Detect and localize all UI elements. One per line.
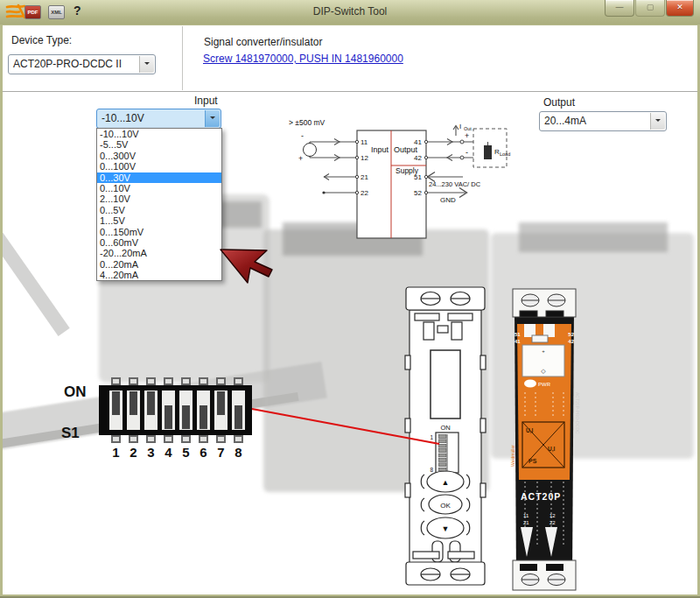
dip-pin-bottom xyxy=(164,435,173,443)
dip-pin-top xyxy=(234,377,243,385)
minimize-button[interactable]: — xyxy=(605,0,634,17)
orange-terminal-42: 42 xyxy=(568,339,574,344)
dropdown-option[interactable]: -5...5V xyxy=(97,139,221,150)
up-arrow-icon: ▲ xyxy=(442,478,450,487)
dropdown-option[interactable]: 1...5V xyxy=(97,215,221,226)
dip-number: 5 xyxy=(178,445,195,460)
voltage-source-symbol xyxy=(304,144,317,157)
chevron-down-icon[interactable] xyxy=(650,113,665,130)
terminal-41: 41 xyxy=(414,138,422,146)
dip-slider[interactable] xyxy=(147,391,155,415)
window-title: DIP-Switch Tool xyxy=(0,5,700,18)
dip-slider[interactable] xyxy=(234,405,242,429)
dip-slider[interactable] xyxy=(217,391,225,415)
source-minus: - xyxy=(301,131,304,140)
output-plus: + xyxy=(465,131,469,140)
maximize-button[interactable]: ▢ xyxy=(635,0,665,17)
mouse-cursor-arrow xyxy=(215,246,276,288)
input-label: Input xyxy=(194,95,218,107)
orange-terminal-52: 52 xyxy=(568,332,574,337)
supply-voltage-label: 24...230 VAC/ DC xyxy=(429,180,481,188)
title-bar: PDF XML ? DIP-Switch Tool — ▢ ✕ xyxy=(0,0,700,25)
dropdown-option[interactable]: -10...10V xyxy=(97,129,221,139)
dropdown-option[interactable]: 0...5V xyxy=(97,205,221,215)
ui-bottom-label: U,I xyxy=(548,446,556,453)
pointer-line xyxy=(245,398,446,451)
dip-slider[interactable] xyxy=(112,391,120,415)
terminal-21: 21 xyxy=(360,173,368,181)
dip-pin-top xyxy=(129,377,138,385)
dropdown-option[interactable]: -20...20mA xyxy=(97,248,221,258)
gnd-label: GND xyxy=(440,196,456,204)
orange-terminal-41: 41 xyxy=(514,339,521,344)
background-cable xyxy=(3,228,70,336)
orange-terminal-21: 21 xyxy=(523,520,529,525)
window-controls: — ▢ ✕ xyxy=(604,0,694,17)
down-arrow-icon: ▼ xyxy=(442,524,450,533)
orange-terminal-51: 51 xyxy=(514,332,521,337)
output-select-value: 20...4mA xyxy=(544,115,586,127)
device-photo-orange: 51 52 41 42 + ◇ PWR U,I U,I PS Weidmülle… xyxy=(508,287,581,592)
dropdown-option[interactable]: 0...60mV xyxy=(97,237,221,248)
dip-pin-bottom xyxy=(216,435,226,443)
block-output-label: Output xyxy=(394,145,418,154)
orange-device-name: ACT20P xyxy=(521,491,561,502)
svg-text:+: + xyxy=(542,348,545,354)
dropdown-option[interactable]: 0...300V xyxy=(97,151,221,161)
dip-pin-bottom xyxy=(199,435,208,443)
chevron-down-icon[interactable] xyxy=(139,56,154,73)
dip-slider[interactable] xyxy=(182,405,190,429)
output-select[interactable]: 20...4mA xyxy=(539,111,667,131)
pwr-label: PWR xyxy=(538,382,551,387)
dip-pin-top xyxy=(111,377,121,385)
output-label: Output xyxy=(543,96,575,109)
dip-pin-bottom xyxy=(234,435,243,443)
chevron-down-icon[interactable] xyxy=(205,110,220,127)
dropdown-option[interactable]: 0...10V xyxy=(97,183,221,193)
dip-slider[interactable] xyxy=(164,405,172,429)
iout-label: I xyxy=(459,123,461,130)
app-window: PDF XML ? DIP-Switch Tool — ▢ ✕ Device T… xyxy=(0,0,700,598)
output-minus: - xyxy=(466,148,468,157)
dip-pin-bottom xyxy=(146,435,156,443)
input-select-value: -10...10V xyxy=(102,112,144,124)
terminal-12: 12 xyxy=(360,154,368,162)
block-input-label: Input xyxy=(371,145,389,154)
dropdown-option[interactable]: 0...20mA xyxy=(97,259,221,270)
dip-slider[interactable] xyxy=(200,405,207,429)
close-button[interactable]: ✕ xyxy=(666,0,694,17)
dip-pin-bottom xyxy=(111,435,121,443)
dropdown-option[interactable]: 0...100V xyxy=(97,161,221,172)
dip-pin-top xyxy=(146,377,156,385)
dip-pin-bottom xyxy=(181,435,191,443)
ok-button-label: OK xyxy=(440,502,451,510)
dip-number: 1 xyxy=(108,445,125,460)
datasheet-link[interactable]: Screw 1481970000, PUSH IN 1481960000 xyxy=(203,53,403,65)
front-dip-last: 8 xyxy=(430,467,433,473)
dropdown-option[interactable]: 2...10V xyxy=(97,193,221,204)
input-dropdown-list: -10...10V-5...5V0...300V0...100V0...30V0… xyxy=(96,128,222,281)
dip-pin-top xyxy=(216,377,226,385)
dip-number: 7 xyxy=(213,445,230,460)
pwr-led xyxy=(524,380,536,388)
dip-number: 2 xyxy=(125,445,143,460)
terminal-42: 42 xyxy=(414,154,422,162)
terminal-22: 22 xyxy=(360,189,368,197)
dropdown-option[interactable]: 4...20mA xyxy=(97,270,221,280)
device-type-select[interactable]: ACT20P-PRO-DCDC II xyxy=(8,54,156,74)
input-select[interactable]: -10...10V xyxy=(96,109,221,129)
background-device-right-top xyxy=(519,222,668,252)
dip-slider[interactable] xyxy=(130,391,137,415)
source-plus: + xyxy=(298,154,303,163)
ps-label: PS xyxy=(528,458,537,464)
svg-text:◇: ◇ xyxy=(541,368,546,374)
dip-switch-graphic: ON S1 12345678 xyxy=(52,375,267,464)
dip-pin-bottom xyxy=(129,435,138,443)
dip-number: 6 xyxy=(195,445,213,460)
orange-terminal-11: 11 xyxy=(523,513,529,518)
device-type-value: ACT20P-PRO-DCDC II xyxy=(13,58,122,70)
dropdown-option[interactable]: 0...30V xyxy=(97,172,221,183)
dropdown-option[interactable]: 0...150mV xyxy=(97,227,221,237)
load-resistor-symbol xyxy=(484,145,492,159)
dip-number: 4 xyxy=(160,445,178,460)
